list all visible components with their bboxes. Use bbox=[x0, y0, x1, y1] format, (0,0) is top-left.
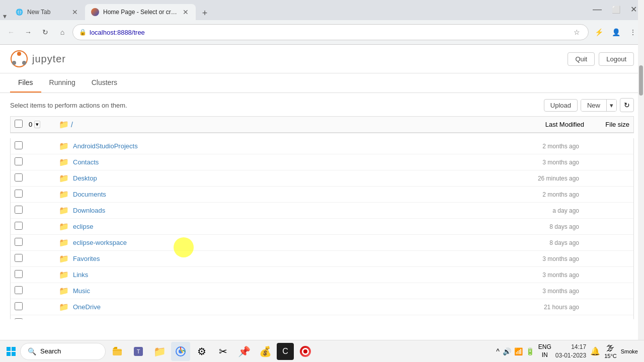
tab-jupyter[interactable]: Home Page - Select or create a ... ✕ bbox=[85, 4, 196, 20]
breadcrumb-path[interactable]: / bbox=[71, 121, 73, 129]
taskbar-search[interactable]: 🔍 Search bbox=[20, 343, 106, 360]
folder-link[interactable]: Links bbox=[73, 271, 88, 279]
home-button[interactable]: ⌂ bbox=[55, 25, 69, 39]
folder-link[interactable]: eclipse-workspace bbox=[73, 239, 127, 246]
tab-running[interactable]: Running bbox=[41, 73, 84, 93]
teams-icon: T bbox=[133, 346, 144, 357]
folder-link[interactable]: AndroidStudioProjects bbox=[73, 142, 138, 150]
count-dropdown-icon[interactable]: ▾ bbox=[34, 121, 40, 128]
row-checkbox[interactable] bbox=[15, 157, 23, 165]
row-checkbox[interactable] bbox=[15, 190, 23, 198]
volume-icon[interactable]: 🔊 bbox=[503, 347, 511, 355]
folder-icon: 📁 bbox=[59, 302, 69, 312]
windows-logo-icon bbox=[6, 346, 16, 356]
folder-link[interactable]: Contacts bbox=[73, 158, 99, 166]
taskbar-cash[interactable]: 💰 bbox=[256, 342, 275, 361]
select-all-checkbox[interactable] bbox=[15, 120, 23, 128]
tab-clusters[interactable]: Clusters bbox=[84, 73, 125, 93]
tab-new-tab[interactable]: 🌐 New Tab ✕ bbox=[10, 4, 85, 20]
row-checkbox[interactable] bbox=[15, 141, 23, 149]
chevron-up-icon[interactable]: ^ bbox=[496, 347, 500, 355]
taskbar-circle[interactable] bbox=[296, 342, 315, 361]
page-scrollbar[interactable] bbox=[638, 0, 644, 362]
row-checkbox[interactable] bbox=[15, 318, 23, 319]
quit-button[interactable]: Quit bbox=[568, 52, 595, 66]
language-indicator[interactable]: ENG IN bbox=[538, 343, 551, 359]
jupyter-logo-icon bbox=[10, 50, 28, 68]
file-list: 📁 AndroidStudioProjects 2 months ago 📁 C… bbox=[10, 138, 634, 319]
page-scrollbar-thumb[interactable] bbox=[639, 65, 643, 96]
folder-link[interactable]: Desktop bbox=[73, 174, 97, 182]
folder-link[interactable]: Favorites bbox=[73, 255, 100, 262]
taskbar-sticky[interactable]: 📌 bbox=[234, 342, 254, 361]
refresh-button[interactable]: ↻ bbox=[620, 98, 634, 112]
notifications-icon[interactable]: 🔔 bbox=[590, 346, 600, 356]
new-button-group: New ▾ bbox=[581, 99, 617, 112]
start-button[interactable] bbox=[2, 342, 20, 360]
tab-jupyter-close[interactable]: ✕ bbox=[182, 7, 190, 17]
profile-button[interactable]: 👤 bbox=[609, 25, 623, 39]
chrome-icon bbox=[175, 346, 186, 357]
folder-icon: 📁 bbox=[59, 238, 69, 247]
region-label: IN bbox=[538, 351, 551, 359]
weather-desc: Smoke bbox=[621, 348, 638, 354]
address-bar[interactable]: 🔒 localhost:8888/tree ☆ bbox=[72, 24, 589, 40]
new-tab-button[interactable]: + bbox=[198, 6, 212, 20]
tab-new-tab-close[interactable]: ✕ bbox=[71, 7, 79, 17]
taskbar-right: ^ 🔊 📶 🔋 ENG IN 14:17 03-01-2023 🔔 🌫 15°C… bbox=[496, 343, 642, 360]
new-button[interactable]: New bbox=[581, 100, 606, 111]
sort-modified-label: Last Modified bbox=[545, 121, 584, 128]
row-checkbox[interactable] bbox=[15, 286, 23, 294]
extensions-button[interactable]: ⚡ bbox=[592, 25, 606, 39]
taskbar-chrome[interactable] bbox=[171, 342, 190, 361]
taskbar-folders[interactable]: 📁 bbox=[150, 342, 169, 361]
language-label: ENG bbox=[538, 343, 551, 351]
row-checkbox[interactable] bbox=[15, 222, 23, 230]
folder-modified: 3 months ago bbox=[499, 288, 579, 295]
folder-link[interactable]: eclipse bbox=[73, 223, 93, 230]
folder-link[interactable]: Documents bbox=[73, 191, 106, 198]
folder-modified: a day ago bbox=[499, 207, 579, 214]
table-row: 📁 OneDrive 21 hours ago bbox=[11, 299, 633, 315]
tab-list-chevron[interactable]: ▾ bbox=[0, 12, 10, 20]
address-bookmark-icon[interactable]: ☆ bbox=[572, 27, 582, 37]
upload-button[interactable]: Upload bbox=[544, 99, 578, 112]
table-row: 📁 Oracle a month ago bbox=[11, 315, 633, 319]
back-button[interactable]: ← bbox=[4, 25, 18, 39]
sort-size-header[interactable]: File size bbox=[584, 121, 629, 128]
folder-link[interactable]: Music bbox=[73, 287, 90, 295]
row-checkbox[interactable] bbox=[15, 206, 23, 214]
folder-link[interactable]: Downloads bbox=[73, 207, 105, 214]
svg-rect-6 bbox=[7, 352, 11, 356]
logout-button[interactable]: Logout bbox=[599, 52, 634, 66]
weather-widget[interactable]: 🌫 15°C bbox=[604, 344, 617, 359]
tab-clusters-label: Clusters bbox=[92, 78, 117, 86]
taskbar-clock[interactable]: 14:17 03-01-2023 bbox=[555, 343, 586, 360]
reload-button[interactable]: ↻ bbox=[38, 25, 52, 39]
tab-files[interactable]: Files bbox=[10, 73, 41, 93]
window-maximize[interactable]: ⬜ bbox=[609, 5, 623, 15]
taskbar-terminal[interactable]: C bbox=[277, 343, 294, 360]
taskbar-snip[interactable]: ✂ bbox=[213, 342, 232, 361]
tab-bar: — ⬜ ✕ ▾ 🌐 New Tab ✕ Home Page - Select o… bbox=[0, 0, 644, 20]
row-checkbox[interactable] bbox=[15, 173, 23, 182]
forward-button[interactable]: → bbox=[21, 25, 35, 39]
taskbar-teams[interactable]: T bbox=[129, 342, 148, 361]
taskbar-settings[interactable]: ⚙ bbox=[192, 342, 211, 361]
sort-modified-header[interactable]: Last Modified bbox=[509, 121, 584, 128]
row-checkbox-cell bbox=[15, 254, 29, 263]
battery-icon[interactable]: 🔋 bbox=[526, 347, 534, 355]
row-checkbox[interactable] bbox=[15, 238, 23, 246]
window-minimize[interactable]: — bbox=[590, 3, 605, 16]
row-checkbox[interactable] bbox=[15, 302, 23, 310]
folder-link[interactable]: OneDrive bbox=[73, 303, 101, 311]
row-checkbox[interactable] bbox=[15, 270, 23, 278]
select-hint: Select items to perform actions on them. bbox=[10, 102, 127, 109]
folder-modified: 8 days ago bbox=[499, 223, 579, 230]
taskbar-file-manager[interactable] bbox=[108, 342, 127, 361]
new-dropdown-arrow[interactable]: ▾ bbox=[606, 100, 616, 111]
row-checkbox[interactable] bbox=[15, 254, 23, 262]
network-icon[interactable]: 📶 bbox=[514, 347, 523, 355]
folder-modified: 21 hours ago bbox=[499, 304, 579, 311]
folder-modified: 26 minutes ago bbox=[499, 175, 579, 182]
